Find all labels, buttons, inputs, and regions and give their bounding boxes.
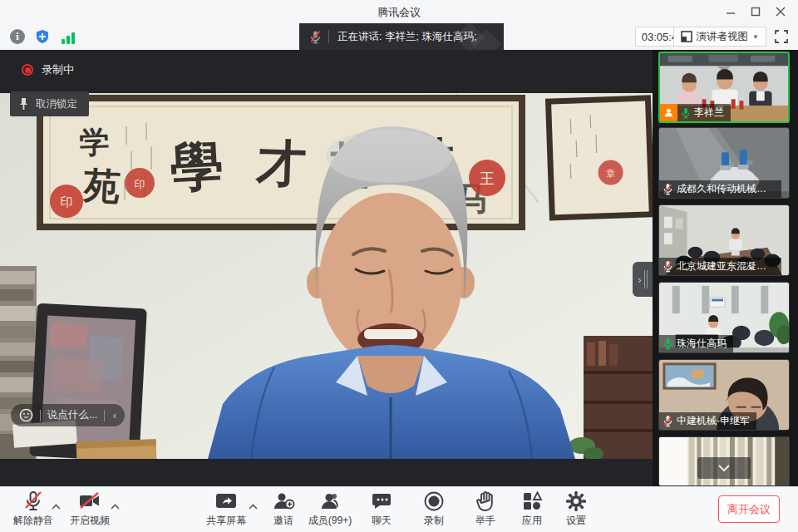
unpin-label: 取消锁定 bbox=[36, 97, 77, 111]
recording-indicator: 录制中 bbox=[22, 62, 74, 77]
video-options-chevron[interactable] bbox=[109, 500, 121, 512]
participant-namebar: 珠海仕高玛 bbox=[659, 335, 733, 352]
members-icon bbox=[318, 490, 342, 512]
layout-view-icon bbox=[681, 31, 692, 42]
participant-tile[interactable]: 北京城建亚东混凝土有... bbox=[658, 204, 790, 276]
main-video-stage: 学 苑 學 才 梯 甘 马 印 印 王 bbox=[0, 50, 653, 486]
invite-button[interactable]: 邀请 bbox=[257, 490, 310, 530]
recording-label: 录制中 bbox=[42, 62, 74, 77]
meeting-info-icon[interactable]: i bbox=[10, 29, 25, 44]
participants-sidebar: 李祥兰 成都久和传动机械有限... bbox=[653, 50, 798, 486]
speaking-toast: 正在讲话: 李祥兰; 珠海仕高玛; bbox=[299, 23, 504, 50]
raise-hand-button[interactable]: 举手 bbox=[459, 490, 512, 530]
toast-muted-mic-icon bbox=[309, 30, 322, 44]
titlebar: 腾讯会议 bbox=[0, 0, 798, 23]
participant-namebar: 成都久和传动机械有限... bbox=[659, 180, 781, 198]
svg-text:王: 王 bbox=[480, 170, 495, 187]
message-placeholder: 说点什么... bbox=[47, 408, 97, 422]
mic-on-icon bbox=[663, 337, 673, 350]
meeting-header: i 正在讲话: 李祥兰; 珠海仕高玛; 03:05:43 演讲者视图 ▼ bbox=[0, 23, 798, 50]
mic-options-chevron[interactable] bbox=[50, 500, 62, 512]
settings-label: 设置 bbox=[566, 514, 586, 528]
gear-icon bbox=[565, 490, 587, 512]
view-selector-label: 演讲者视图 bbox=[697, 30, 749, 44]
invite-person-icon bbox=[272, 490, 295, 512]
record-button[interactable]: 录制 bbox=[407, 490, 461, 530]
chat-button[interactable]: 聊天 bbox=[355, 490, 408, 530]
participant-name: 北京城建亚东混凝土有... bbox=[677, 259, 775, 273]
view-selector-button[interactable]: 演讲者视图 ▼ bbox=[673, 27, 766, 47]
svg-text:章: 章 bbox=[606, 168, 615, 179]
share-screen-button[interactable]: 共享屏幕 bbox=[200, 490, 253, 530]
scroll-down-button[interactable] bbox=[697, 457, 751, 479]
chevron-down-icon: ▼ bbox=[752, 33, 759, 41]
unmute-label: 解除静音 bbox=[13, 514, 53, 528]
svg-text:印: 印 bbox=[135, 178, 145, 190]
emoji-icon[interactable] bbox=[19, 408, 33, 422]
participant-tile[interactable]: 李祥兰 bbox=[658, 52, 790, 123]
mic-on-icon bbox=[681, 107, 691, 119]
mic-muted-icon bbox=[663, 415, 673, 427]
mic-muted-icon bbox=[663, 183, 673, 195]
meeting-window: 腾讯会议 i 正在讲话: 李祥兰; 珠海仕高玛; 03:05:43 bbox=[0, 0, 798, 532]
members-label: 成员(99+) bbox=[308, 514, 352, 528]
settings-button[interactable]: 设置 bbox=[549, 490, 603, 530]
security-shield-icon[interactable] bbox=[35, 29, 50, 44]
window-controls bbox=[718, 0, 793, 23]
svg-text:苑: 苑 bbox=[81, 164, 121, 208]
participant-tile[interactable] bbox=[658, 436, 790, 486]
participant-tile[interactable]: 中建机械-申继军 bbox=[658, 359, 790, 431]
close-button[interactable] bbox=[768, 1, 793, 22]
minimize-button[interactable] bbox=[718, 1, 743, 22]
recording-dot-icon bbox=[22, 64, 33, 76]
participant-tile[interactable]: 成都久和传动机械有限... bbox=[658, 127, 790, 199]
svg-text:學: 學 bbox=[169, 134, 225, 199]
sidebar-collapse-handle[interactable]: › bbox=[633, 262, 653, 297]
network-signal-icon[interactable] bbox=[62, 29, 76, 44]
raise-hand-icon bbox=[475, 490, 495, 512]
participant-tile[interactable]: 珠海仕高玛 bbox=[658, 282, 790, 353]
record-icon bbox=[423, 490, 445, 512]
handle-grip bbox=[644, 270, 648, 288]
participant-name: 珠海仕高玛 bbox=[677, 337, 727, 351]
members-button[interactable]: 成员(99+) bbox=[303, 490, 357, 530]
share-screen-label: 共享屏幕 bbox=[206, 514, 246, 528]
participant-namebar: 中建机械-申继军 bbox=[659, 412, 756, 430]
toast-divider bbox=[328, 30, 329, 43]
chevron-right-icon: › bbox=[638, 273, 641, 286]
pin-icon bbox=[18, 97, 29, 111]
participant-namebar: 北京城建亚东混凝土有... bbox=[659, 258, 781, 275]
svg-text:学: 学 bbox=[79, 124, 110, 160]
invite-label: 邀请 bbox=[273, 514, 293, 528]
start-video-label: 开启视频 bbox=[70, 514, 110, 528]
svg-text:印: 印 bbox=[61, 195, 73, 209]
participant-namebar: 李祥兰 bbox=[660, 104, 731, 121]
apps-label: 应用 bbox=[522, 514, 542, 528]
record-label: 录制 bbox=[424, 514, 444, 528]
fullscreen-button[interactable] bbox=[773, 28, 790, 45]
pill-divider bbox=[104, 410, 105, 421]
meeting-toolbar: 解除静音 开启视频 共享屏幕 邀请 bbox=[0, 486, 798, 532]
maximize-button[interactable] bbox=[743, 1, 768, 22]
window-title: 腾讯会议 bbox=[0, 5, 798, 20]
host-badge-icon bbox=[660, 104, 677, 121]
quick-message-bar[interactable]: 说点什么... ‹ bbox=[11, 404, 125, 426]
apps-grid-icon bbox=[521, 490, 543, 512]
raise-hand-label: 举手 bbox=[475, 514, 495, 528]
camera-off-icon bbox=[78, 490, 101, 512]
chat-label: 聊天 bbox=[372, 514, 392, 528]
share-screen-icon bbox=[214, 490, 238, 512]
pill-divider bbox=[40, 410, 41, 421]
participant-name: 成都久和传动机械有限... bbox=[677, 182, 775, 196]
unpin-button[interactable]: 取消锁定 bbox=[10, 91, 89, 116]
participant-name: 李祥兰 bbox=[694, 106, 724, 120]
leave-meeting-button[interactable]: 离开会议 bbox=[718, 495, 780, 523]
svg-text:才: 才 bbox=[255, 133, 308, 193]
chat-icon bbox=[371, 490, 392, 512]
collapse-left-icon[interactable]: ‹ bbox=[113, 410, 116, 421]
mic-muted-icon bbox=[663, 260, 673, 273]
participant-name: 中建机械-申继军 bbox=[677, 414, 750, 428]
mic-muted-icon bbox=[22, 490, 44, 512]
